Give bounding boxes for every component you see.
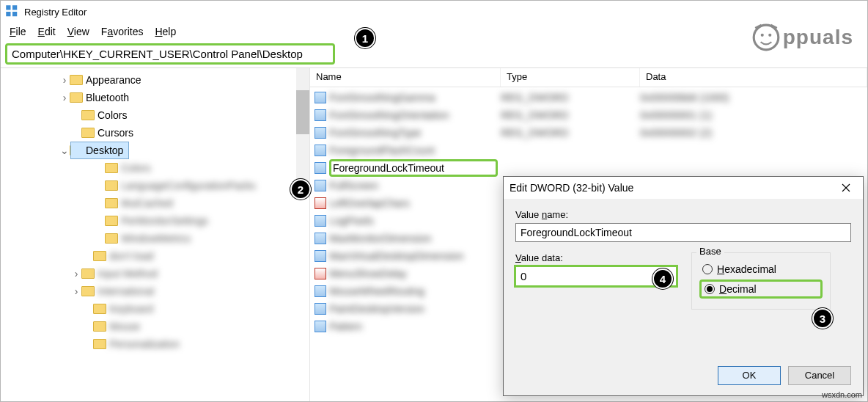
folder-icon — [93, 304, 106, 314]
tree-item[interactable]: Personalization — [1, 335, 309, 353]
folder-icon — [93, 251, 106, 261]
columns-header[interactable]: Name Type Data — [310, 68, 867, 87]
menu-favorites[interactable]: Favorites — [95, 24, 150, 39]
tree-item[interactable]: MuiCached — [1, 194, 309, 212]
tree-item-label: LanguageConfigurationPacks — [121, 180, 256, 191]
tree-item[interactable]: Cursors — [1, 124, 309, 142]
value-name: LeftOverlapChars — [329, 197, 410, 209]
value-row[interactable]: FontSmoothingOrientationREG_DWORD0x00000… — [310, 106, 867, 124]
tree-item[interactable]: LanguageConfigurationPacks — [1, 177, 309, 194]
value-name: LogPixels — [329, 215, 374, 227]
base-group: Base Hexadecimal Decimal — [691, 252, 831, 310]
expander-icon[interactable]: › — [59, 92, 70, 103]
address-input[interactable] — [5, 43, 335, 65]
expander-icon[interactable]: › — [59, 74, 70, 86]
col-data[interactable]: Data — [640, 68, 867, 87]
tree-pane[interactable]: ›Appearance›BluetoothColorsCursors⌄Deskt… — [1, 68, 310, 401]
value-row[interactable]: FontSmoothingTypeREG_DWORD0x00000002 (2) — [310, 124, 867, 142]
tree-scrollbar[interactable] — [296, 68, 309, 195]
value-name: MouseWheelRouting — [329, 285, 424, 297]
tree-item[interactable]: Colors — [1, 159, 309, 177]
tree-item[interactable]: ›International — [1, 282, 309, 300]
value-name: MenuShowDelay — [329, 268, 407, 279]
tree-item[interactable]: WindowMetrics — [1, 230, 309, 247]
svg-rect-0 — [6, 5, 10, 10]
menu-view[interactable]: View — [62, 24, 95, 39]
tree-item[interactable]: PerMonitorSettings — [1, 212, 309, 230]
value-name: FontSmoothingType — [329, 127, 421, 139]
expander-icon[interactable]: › — [71, 268, 81, 279]
value-row[interactable]: FontSmoothingGammaREG_DWORD0x00000bb8 (1… — [310, 89, 867, 106]
value-icon — [315, 127, 326, 139]
value-name: ForegroundFlashCount — [329, 145, 435, 156]
tree-item[interactable]: Keyboard — [1, 300, 309, 318]
folder-icon — [105, 233, 118, 244]
tree-item[interactable]: Mouse — [1, 318, 309, 335]
svg-point-4 — [754, 25, 779, 50]
base-legend: Base — [696, 246, 724, 257]
value-name: Pattern — [329, 321, 362, 332]
regedit-icon — [5, 4, 20, 19]
value-icon — [315, 321, 326, 332]
svg-rect-1 — [12, 5, 17, 10]
dialog-title-text: Edit DWORD (32-bit) Value — [510, 182, 633, 194]
svg-point-6 — [768, 34, 771, 37]
folder-icon — [105, 216, 118, 226]
folder-icon — [105, 198, 118, 208]
value-name: FullScreen — [329, 180, 378, 191]
radio-decimal[interactable]: Decimal — [699, 279, 823, 299]
callout-2: 2 — [290, 179, 311, 200]
value-data-label: Value data: — [515, 252, 677, 263]
menu-file[interactable]: File — [4, 24, 32, 39]
expander-icon[interactable]: ⌄ — [59, 145, 70, 156]
col-type[interactable]: Type — [501, 68, 640, 87]
value-row[interactable]: ForegroundFlashCount — [310, 142, 867, 159]
tree-item-label: International — [98, 285, 154, 297]
value-data: 0x00000002 (2) — [640, 127, 867, 139]
tree-item[interactable]: don't load — [1, 247, 309, 265]
tree-item-label: Keyboard — [109, 303, 153, 315]
value-icon — [315, 109, 326, 121]
value-icon — [315, 250, 326, 262]
value-name: PaintDesktopVersion — [329, 303, 424, 315]
value-icon — [315, 145, 326, 156]
tree-item-label: Colors — [121, 162, 150, 174]
value-name-label: Value name: — [515, 209, 851, 220]
value-icon — [315, 162, 326, 174]
tree-item[interactable]: Colors — [1, 106, 309, 124]
value-name: MaxMonitorDimension — [329, 233, 431, 244]
value-name: FontSmoothingOrientation — [329, 109, 449, 121]
dialog-title-bar[interactable]: Edit DWORD (32-bit) Value — [504, 177, 863, 199]
tree-item-label: Bluetooth — [86, 92, 129, 103]
value-icon — [315, 215, 326, 227]
folder-icon — [105, 180, 118, 191]
value-icon — [315, 197, 326, 209]
menu-bar: File Edit View Favorites Help — [1, 23, 867, 40]
tree-item[interactable]: ⌄Desktop — [1, 142, 309, 159]
tree-item-label: WindowMetrics — [121, 233, 191, 244]
menu-help[interactable]: Help — [149, 24, 182, 39]
tree-item[interactable]: ›Bluetooth — [1, 89, 309, 106]
value-type: REG_DWORD — [501, 109, 640, 121]
ok-button[interactable]: OK — [718, 366, 781, 385]
tree-item[interactable]: ›Appearance — [1, 71, 309, 89]
tree-item-label: Cursors — [98, 127, 133, 139]
folder-icon — [105, 163, 118, 173]
cancel-button[interactable]: Cancel — [788, 366, 851, 385]
value-name-input[interactable] — [515, 223, 851, 242]
tree-item-label: don't load — [109, 250, 153, 262]
value-type: REG_DWORD — [501, 92, 640, 103]
value-row[interactable]: ForegroundLockTimeout — [310, 159, 867, 177]
close-icon[interactable] — [835, 179, 857, 197]
tree-item-label: Desktop — [86, 145, 123, 156]
credit-text: wsxdn.com — [822, 390, 862, 399]
value-data: 0x00000001 (1) — [640, 109, 867, 121]
tree-item[interactable]: ›Input Method — [1, 265, 309, 282]
expander-icon[interactable]: › — [71, 285, 81, 297]
col-name[interactable]: Name — [310, 68, 501, 87]
radio-hexadecimal[interactable]: Hexadecimal — [699, 262, 823, 277]
svg-point-5 — [760, 34, 763, 37]
value-name: FontSmoothingGamma — [329, 92, 435, 103]
folder-icon — [81, 268, 95, 279]
menu-edit[interactable]: Edit — [32, 24, 62, 39]
